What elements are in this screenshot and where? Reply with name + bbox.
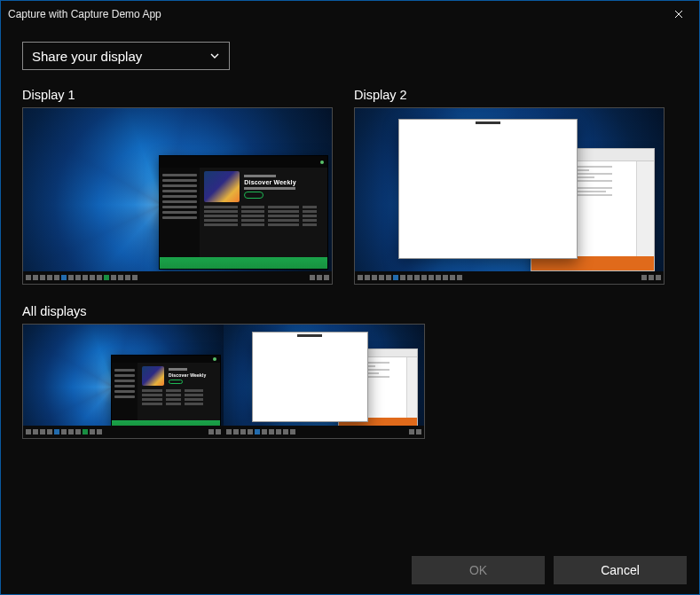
- cancel-button[interactable]: Cancel: [554, 556, 687, 584]
- window-title: Capture with Capture Demo App: [8, 8, 161, 20]
- option-label: Display 2: [354, 88, 665, 102]
- taskbar: [23, 271, 332, 284]
- toolbar: Share your display: [1, 27, 699, 77]
- close-button[interactable]: [658, 1, 699, 27]
- chevron-down-icon: [209, 51, 220, 61]
- display-row: Display 1: [22, 88, 678, 285]
- titlebar: Capture with Capture Demo App: [1, 1, 699, 27]
- share-mode-dropdown[interactable]: Share your display: [22, 42, 230, 70]
- option-label: All displays: [22, 304, 678, 318]
- ok-button[interactable]: OK: [412, 556, 545, 584]
- all-displays-left: Discover Weekly: [23, 325, 224, 438]
- option-display-2: Display 2: [354, 88, 665, 285]
- option-display-1: Display 1: [22, 88, 333, 285]
- taskbar: [355, 271, 664, 284]
- spotify-playlist-title: Discover Weekly: [244, 179, 323, 185]
- dialog-window: Capture with Capture Demo App Share your…: [0, 0, 700, 595]
- thumbnail-display-2[interactable]: [354, 107, 665, 285]
- thumbnail-all-displays[interactable]: Discover Weekly: [22, 324, 425, 439]
- thumbnail-display-1[interactable]: Discover Weekly: [22, 107, 333, 285]
- all-displays-right: [224, 325, 424, 438]
- close-icon: [674, 10, 683, 19]
- option-label: Display 1: [22, 88, 333, 102]
- dialog-footer: OK Cancel: [1, 546, 699, 594]
- content-area: Display 1: [1, 77, 699, 546]
- spotify-window: Discover Weekly: [159, 155, 328, 270]
- option-all-displays: All displays: [22, 304, 678, 439]
- blank-window: [398, 119, 578, 259]
- dropdown-label: Share your display: [32, 49, 209, 64]
